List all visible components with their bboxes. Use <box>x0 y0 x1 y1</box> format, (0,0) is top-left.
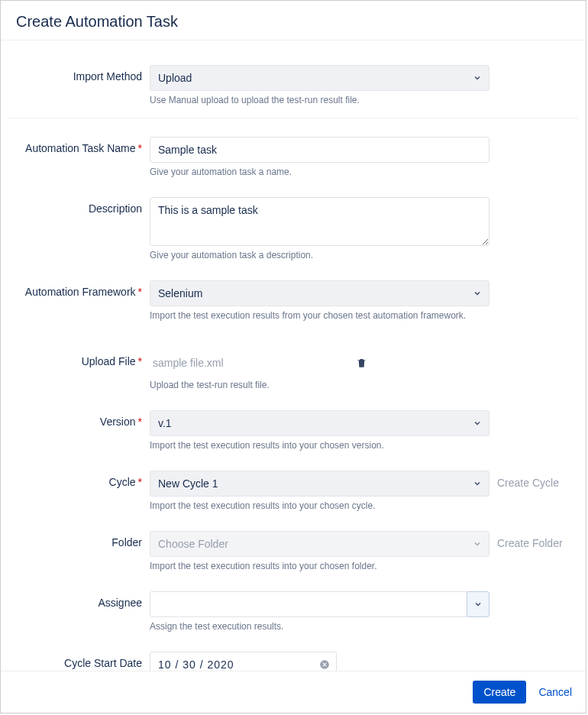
label-cycle: Cycle* <box>16 471 150 488</box>
create-cycle-link[interactable]: Create Cycle <box>489 471 559 489</box>
label-assignee: Assignee <box>16 591 150 609</box>
trash-icon <box>356 357 367 369</box>
clear-icon <box>319 659 330 670</box>
help-upload-file: Upload the test-run result file. <box>150 380 489 390</box>
row-description: Description Give your automation task a … <box>1 194 586 262</box>
chevron-down-icon <box>472 478 483 489</box>
dialog-footer: Create Cancel <box>1 671 586 713</box>
section-divider <box>8 118 578 118</box>
folder-select[interactable]: Choose Folder <box>150 531 489 557</box>
version-value: v.1 <box>158 417 172 429</box>
cycle-select[interactable]: New Cycle 1 <box>150 471 489 497</box>
import-method-select[interactable]: Upload <box>150 65 489 91</box>
help-assignee: Assign the test execution results. <box>150 621 489 632</box>
row-framework: Automation Framework* Selenium Import th… <box>1 277 586 322</box>
import-method-value: Upload <box>158 72 192 84</box>
delete-file-button[interactable] <box>351 354 372 372</box>
uploaded-filename: sample file.xml <box>150 357 348 369</box>
row-cycle: Cycle* New Cycle 1 Import the test execu… <box>1 467 586 513</box>
help-framework: Import the test execution results from y… <box>150 310 489 321</box>
required-marker: * <box>138 142 142 154</box>
required-marker: * <box>138 355 142 367</box>
folder-placeholder: Choose Folder <box>158 538 228 550</box>
row-import-method: Import Method Upload Use Manual upload t… <box>1 62 586 107</box>
create-folder-link[interactable]: Create Folder <box>489 531 563 549</box>
assignee-input[interactable] <box>150 591 467 617</box>
row-task-name: Automation Task Name* Give your automati… <box>1 134 586 179</box>
framework-value: Selenium <box>158 287 202 299</box>
row-assignee: Assignee Assign the test execution resul… <box>1 588 586 633</box>
required-marker: * <box>138 416 142 428</box>
task-name-input[interactable] <box>150 137 489 163</box>
dialog-body: Import Method Upload Use Manual upload t… <box>1 40 586 671</box>
help-import-method: Use Manual upload to upload the test-run… <box>150 95 489 105</box>
help-cycle: Import the test execution results into y… <box>150 500 489 511</box>
cancel-button[interactable]: Cancel <box>537 681 573 704</box>
framework-select[interactable]: Selenium <box>150 280 489 306</box>
chevron-down-icon <box>473 599 483 610</box>
dialog-header: Create Automation Task <box>1 1 586 40</box>
create-automation-task-dialog: Create Automation Task Import Method Upl… <box>0 0 586 713</box>
row-upload-file: Upload File* sample file.xml Upload the … <box>1 347 586 392</box>
row-version: Version* v.1 Import the test execution r… <box>1 407 586 452</box>
cycle-value: New Cycle 1 <box>158 477 218 490</box>
label-cycle-start: Cycle Start Date <box>16 652 150 669</box>
help-folder: Import the test execution results into y… <box>150 561 489 571</box>
help-description: Give your automation task a description. <box>150 250 489 260</box>
assignee-dropdown-button[interactable] <box>467 591 489 617</box>
required-marker: * <box>138 286 142 298</box>
clear-start-date-button[interactable] <box>318 658 331 671</box>
create-button[interactable]: Create <box>473 681 526 704</box>
chevron-down-icon <box>472 73 483 83</box>
row-cycle-start: Cycle Start Date The start date of the t… <box>1 649 586 671</box>
label-import-method: Import Method <box>16 65 150 82</box>
chevron-down-icon <box>472 418 483 429</box>
required-marker: * <box>138 476 142 488</box>
label-description: Description <box>16 197 150 215</box>
chevron-down-icon <box>472 539 483 549</box>
label-upload-file: Upload File* <box>16 350 150 367</box>
label-folder: Folder <box>16 531 150 548</box>
dialog-title: Create Automation Task <box>16 13 570 31</box>
label-version: Version* <box>16 410 150 428</box>
help-task-name: Give your automation task a name. <box>150 167 489 177</box>
description-textarea[interactable] <box>150 197 489 246</box>
chevron-down-icon <box>472 288 483 299</box>
cycle-start-date-input[interactable] <box>150 652 337 671</box>
help-version: Import the test execution results into y… <box>150 440 489 451</box>
version-select[interactable]: v.1 <box>150 410 489 436</box>
row-folder: Folder Choose Folder Import the test exe… <box>1 528 586 573</box>
label-task-name: Automation Task Name* <box>16 137 150 154</box>
label-framework: Automation Framework* <box>16 280 150 298</box>
